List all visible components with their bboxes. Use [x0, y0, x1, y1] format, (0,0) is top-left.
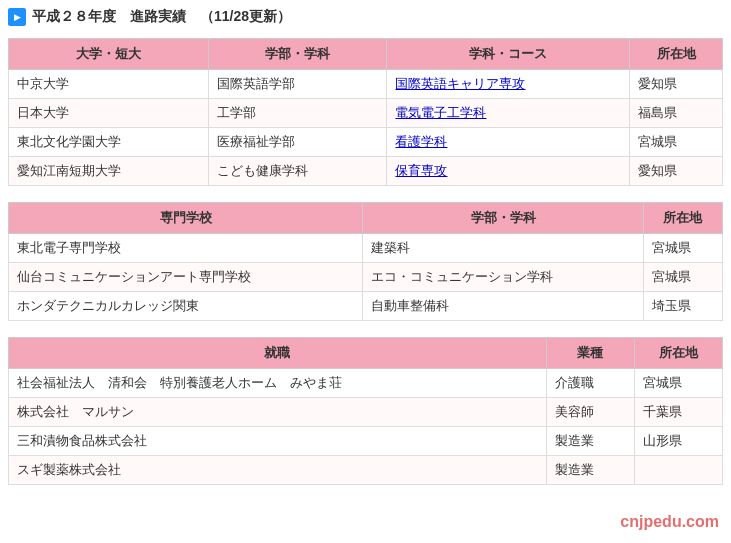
- table-cell: 日本大学: [9, 99, 209, 128]
- table-cell: 愛知県: [630, 157, 723, 186]
- col-header-location2: 所在地: [643, 203, 722, 234]
- table-cell: 埼玉県: [643, 292, 722, 321]
- table-cell: 宮城県: [630, 128, 723, 157]
- table-cell: 愛知県: [630, 70, 723, 99]
- col-header-course: 学科・コース: [387, 39, 630, 70]
- table-cell: 看護学科: [387, 128, 630, 157]
- watermark: cnjpedu.com: [620, 513, 719, 531]
- link-text[interactable]: 看護学科: [395, 134, 447, 149]
- col-header-vocational: 専門学校: [9, 203, 363, 234]
- table-cell: 建築科: [363, 234, 644, 263]
- table-cell: 中京大学: [9, 70, 209, 99]
- table-cell: 美容師: [546, 398, 634, 427]
- table-row: 仙台コミュニケーションアート専門学校エコ・コミュニケーション学科宮城県: [9, 263, 723, 292]
- table-cell: 電気電子工学科: [387, 99, 630, 128]
- table-cell: 介護職: [546, 369, 634, 398]
- link-text[interactable]: 保育専攻: [395, 163, 447, 178]
- vocational-section: 専門学校 学部・学科 所在地 東北電子専門学校建築科宮城県仙台コミュニケーション…: [8, 202, 723, 321]
- col-header-university: 大学・短大: [9, 39, 209, 70]
- table-cell: 医療福祉学部: [208, 128, 387, 157]
- col-header-industry: 業種: [546, 338, 634, 369]
- col-header-dept: 学部・学科: [363, 203, 644, 234]
- table-cell: 仙台コミュニケーションアート専門学校: [9, 263, 363, 292]
- table-cell: エコ・コミュニケーション学科: [363, 263, 644, 292]
- header-title: 平成２８年度 進路実績 （11/28更新）: [32, 8, 291, 26]
- table-cell: 製造業: [546, 427, 634, 456]
- col-header-location: 所在地: [630, 39, 723, 70]
- employment-section: 就職 業種 所在地 社会福祉法人 清和会 特別養護老人ホーム みやま荘介護職宮城…: [8, 337, 723, 485]
- table-cell: 福島県: [630, 99, 723, 128]
- table-cell: スギ製薬株式会社: [9, 456, 547, 485]
- table-cell: 山形県: [634, 427, 722, 456]
- employment-table: 就職 業種 所在地 社会福祉法人 清和会 特別養護老人ホーム みやま荘介護職宮城…: [8, 337, 723, 485]
- table-row: 社会福祉法人 清和会 特別養護老人ホーム みやま荘介護職宮城県: [9, 369, 723, 398]
- table-row: ホンダテクニカルカレッジ関東自動車整備科埼玉県: [9, 292, 723, 321]
- table-cell: 保育専攻: [387, 157, 630, 186]
- table-cell: 千葉県: [634, 398, 722, 427]
- link-text[interactable]: 電気電子工学科: [395, 105, 486, 120]
- table-cell: こども健康学科: [208, 157, 387, 186]
- col-header-faculty: 学部・学科: [208, 39, 387, 70]
- table-row: 株式会社 マルサン美容師千葉県: [9, 398, 723, 427]
- table-row: 日本大学工学部電気電子工学科福島県: [9, 99, 723, 128]
- table-cell: 国際英語学部: [208, 70, 387, 99]
- table-cell: 社会福祉法人 清和会 特別養護老人ホーム みやま荘: [9, 369, 547, 398]
- table-cell: 東北電子専門学校: [9, 234, 363, 263]
- table-row: 東北文化学園大学医療福祉学部看護学科宮城県: [9, 128, 723, 157]
- table-row: 三和漬物食品株式会社製造業山形県: [9, 427, 723, 456]
- table-cell: 自動車整備科: [363, 292, 644, 321]
- table-row: 中京大学国際英語学部国際英語キャリア専攻愛知県: [9, 70, 723, 99]
- table-cell: ホンダテクニカルカレッジ関東: [9, 292, 363, 321]
- table-cell: 宮城県: [634, 369, 722, 398]
- table-row: 愛知江南短期大学こども健康学科保育専攻愛知県: [9, 157, 723, 186]
- table-cell: 製造業: [546, 456, 634, 485]
- table-cell: 三和漬物食品株式会社: [9, 427, 547, 456]
- col-header-employment: 就職: [9, 338, 547, 369]
- col-header-location3: 所在地: [634, 338, 722, 369]
- header-icon: [8, 8, 26, 26]
- table-cell: 愛知江南短期大学: [9, 157, 209, 186]
- table-cell: 東北文化学園大学: [9, 128, 209, 157]
- table-cell: [634, 456, 722, 485]
- table-row: スギ製薬株式会社製造業: [9, 456, 723, 485]
- university-section: 大学・短大 学部・学科 学科・コース 所在地 中京大学国際英語学部国際英語キャリ…: [8, 38, 723, 186]
- table-cell: 宮城県: [643, 234, 722, 263]
- university-table: 大学・短大 学部・学科 学科・コース 所在地 中京大学国際英語学部国際英語キャリ…: [8, 38, 723, 186]
- table-cell: 宮城県: [643, 263, 722, 292]
- table-cell: 国際英語キャリア専攻: [387, 70, 630, 99]
- table-cell: 株式会社 マルサン: [9, 398, 547, 427]
- vocational-table: 専門学校 学部・学科 所在地 東北電子専門学校建築科宮城県仙台コミュニケーション…: [8, 202, 723, 321]
- page-header: 平成２８年度 進路実績 （11/28更新）: [8, 8, 723, 26]
- link-text[interactable]: 国際英語キャリア専攻: [395, 76, 525, 91]
- table-row: 東北電子専門学校建築科宮城県: [9, 234, 723, 263]
- table-cell: 工学部: [208, 99, 387, 128]
